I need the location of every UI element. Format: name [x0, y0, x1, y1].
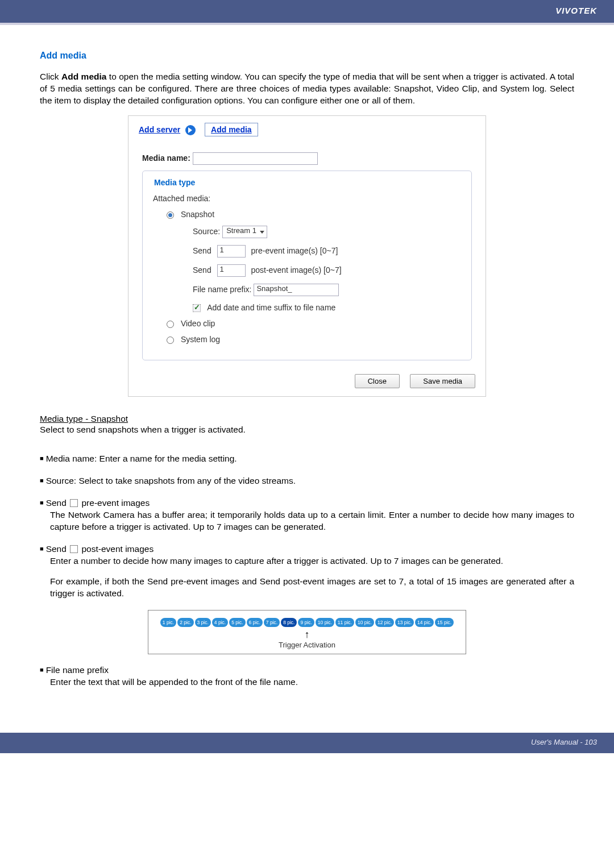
diagram-pill: 7 pic. [264, 618, 280, 627]
bullet-4-tail: post-event images [79, 544, 154, 554]
diagram-label: Trigger Activation [156, 641, 458, 649]
media-dialog: Add server Add media Media name: Media t… [128, 115, 486, 397]
send-label-2: Send [193, 265, 211, 274]
diagram-pill: 3 pic. [195, 618, 211, 627]
diagram-pill: 8 pic. [281, 618, 297, 627]
bullet-3-lead: Send [46, 498, 69, 508]
bullet-post-event: ■Send post-event images Enter a number t… [40, 543, 574, 600]
footer-text: User's Manual - 103 [531, 738, 597, 746]
diagram-pill: 12 pic. [375, 618, 394, 627]
page-content: Add media Click Add media to open the me… [0, 25, 614, 733]
diagram-pill: 6 pic. [247, 618, 263, 627]
prefix-label: File name prefix: [193, 284, 251, 293]
pre-event-row: Send 1 pre-event image(s) [0~7] [193, 245, 461, 258]
diagram-pill: 10 pic. [355, 618, 374, 627]
arrow-up-icon: ↑ [156, 629, 458, 639]
dialog-top-row: Add server Add media [128, 116, 486, 141]
post-event-row: Send 1 post-event image(s) [0~7] [193, 264, 461, 277]
pill-row: 1 pic.2 pic.3 pic.4 pic.5 pic.6 pic.7 pi… [156, 616, 458, 627]
bullet-filename-prefix: ■File name prefix Enter the text that wi… [40, 665, 574, 688]
add-suffix-checkbox[interactable] [193, 304, 201, 312]
inline-input-placeholder [70, 545, 78, 553]
source-value: Stream 1 [226, 226, 256, 235]
radio-snapshot-row[interactable]: Snapshot [167, 210, 461, 219]
radio-syslog-row[interactable]: System log [167, 335, 461, 344]
add-server-link[interactable]: Add server [139, 125, 180, 134]
bullet-3-sub: The Network Camera has a buffer area; it… [50, 509, 574, 533]
intro-rest: to open the media setting window. You ca… [40, 72, 574, 105]
bullet-source: ■Source: Select to take snapshots from a… [40, 475, 574, 487]
footer-bar: User's Manual - 103 [0, 733, 614, 753]
pre-event-input[interactable]: 1 [217, 245, 246, 258]
bullet-icon: ■ [40, 666, 44, 673]
bullet-icon: ■ [40, 455, 44, 462]
diagram-pill: 2 pic. [177, 618, 193, 627]
post-event-input[interactable]: 1 [217, 264, 246, 277]
add-media-button[interactable]: Add media [205, 123, 258, 136]
post-event-suffix: post-event image(s) [0~7] [251, 265, 341, 274]
source-label: Source: [193, 226, 220, 235]
media-name-label: Media name: [142, 153, 190, 162]
send-label-1: Send [193, 246, 211, 255]
diagram-pill: 10 pic. [316, 618, 334, 627]
header-bar: VIVOTEK [0, 0, 614, 23]
bullet-5-text: File name prefix [46, 665, 109, 675]
brand-text: VIVOTEK [555, 6, 597, 15]
media-name-row: Media name: [142, 152, 472, 165]
diagram-pill: 11 pic. [335, 618, 354, 627]
snapshot-settings: Source: Stream 1 Send 1 pre-event image(… [193, 226, 461, 312]
diagram-pill: 5 pic. [229, 618, 245, 627]
bullet-pre-event: ■Send pre-event images The Network Camer… [40, 497, 574, 533]
diagram-pill: 14 pic. [415, 618, 434, 627]
radio-snapshot[interactable] [167, 211, 174, 219]
dialog-body: Media name: Media type Attached media: S… [128, 141, 486, 368]
fieldset-legend: Media type [151, 178, 198, 187]
add-media-label: Add media [211, 125, 252, 134]
diagram-pill: 13 pic. [395, 618, 414, 627]
bullet-3-tail: pre-event images [79, 498, 150, 508]
bullet-list: ■Media name: Enter a name for the media … [40, 453, 574, 688]
source-select[interactable]: Stream 1 [222, 226, 267, 238]
radio-syslog[interactable] [167, 337, 174, 344]
radio-video-label: Video clip [181, 319, 215, 328]
bullet-icon: ■ [40, 477, 44, 484]
suffix-row[interactable]: Add date and time suffix to file name [193, 303, 461, 312]
diagram-pill: 9 pic. [298, 618, 314, 627]
bullet-media-name: ■Media name: Enter a name for the media … [40, 453, 574, 465]
bullet-4-sub2: For example, if both the Send pre-event … [50, 576, 574, 600]
diagram-pill: 1 pic. [160, 618, 176, 627]
bullet-4-sub1: Enter a number to decide how many images… [50, 555, 574, 567]
save-media-button[interactable]: Save media [410, 374, 475, 388]
inline-input-placeholder [70, 499, 78, 507]
pre-event-suffix: pre-event image(s) [0~7] [251, 246, 338, 255]
bullet-5-sub: Enter the text that will be appended to … [50, 676, 574, 688]
add-suffix-label: Add date and time suffix to file name [207, 303, 335, 312]
radio-snapshot-label: Snapshot [181, 210, 214, 219]
prefix-input[interactable]: Snapshot_ [254, 284, 339, 296]
diagram-pill: 4 pic. [212, 618, 228, 627]
intro-paragraph: Click Add media to open the media settin… [40, 71, 574, 107]
bullet-2-text: Source: Select to take snapshots from an… [46, 476, 296, 485]
snapshot-subheading: Media type - Snapshot [40, 414, 574, 424]
source-row: Source: Stream 1 [193, 226, 461, 238]
prefix-row: File name prefix: Snapshot_ [193, 284, 461, 296]
radio-syslog-label: System log [181, 335, 220, 344]
section-title: Add media [40, 51, 574, 61]
bullet-icon: ■ [40, 545, 44, 552]
radio-video[interactable] [167, 321, 174, 328]
close-button[interactable]: Close [355, 374, 400, 388]
diagram-pill: 15 pic. [435, 618, 454, 627]
radio-video-row[interactable]: Video clip [167, 319, 461, 328]
dialog-buttons: Close Save media [128, 368, 486, 396]
media-name-input[interactable] [193, 152, 318, 165]
media-type-fieldset: Media type Attached media: Snapshot Sour… [142, 171, 472, 360]
bullet-icon: ■ [40, 499, 44, 506]
trigger-diagram: 1 pic.2 pic.3 pic.4 pic.5 pic.6 pic.7 pi… [148, 610, 466, 654]
snapshot-subtext: Select to send snapshots when a trigger … [40, 424, 574, 436]
intro-prefix: Click [40, 72, 61, 81]
attached-media-label: Attached media: [153, 194, 461, 203]
bullet-4-lead: Send [46, 544, 69, 554]
bullet-1-text: Media name: Enter a name for the media s… [46, 454, 237, 463]
play-icon[interactable] [185, 125, 196, 135]
intro-bold: Add media [61, 72, 106, 81]
